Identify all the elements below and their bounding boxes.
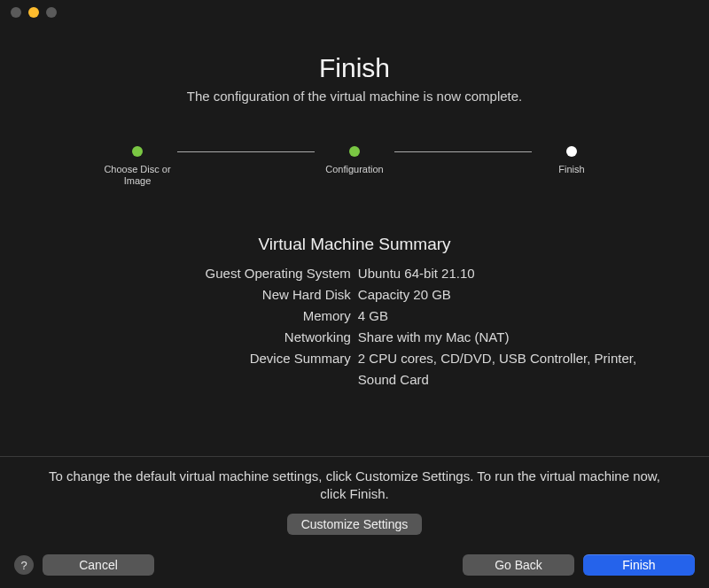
summary-row-os: Guest Operating System Ubuntu 64-bit 21.… [27, 263, 682, 284]
step-label: Configuration [325, 164, 383, 175]
step-finish: Finish [532, 146, 612, 175]
help-button[interactable]: ? [14, 555, 34, 575]
step-dot-icon [349, 146, 360, 157]
summary-label: Memory [27, 306, 351, 327]
summary-value: Capacity 20 GB [358, 284, 682, 306]
summary-row-disk: New Hard Disk Capacity 20 GB [27, 284, 682, 306]
step-dot-icon [132, 146, 143, 157]
summary-value: 2 CPU cores, CD/DVD, USB Controller, Pri… [358, 348, 682, 391]
cancel-button[interactable]: Cancel [43, 554, 154, 576]
maximize-window-icon[interactable] [46, 7, 57, 18]
summary-row-devices: Device Summary 2 CPU cores, CD/DVD, USB … [27, 348, 682, 391]
step-choose-disc: Choose Disc or Image [97, 146, 177, 187]
summary-row-networking: Networking Share with my Mac (NAT) [27, 327, 682, 348]
customize-settings-button[interactable]: Customize Settings [287, 514, 423, 535]
vm-summary: Virtual Machine Summary Guest Operating … [27, 235, 682, 391]
summary-title: Virtual Machine Summary [27, 235, 682, 254]
footer-hint: To change the default virtual machine se… [44, 468, 665, 504]
summary-label: Networking [27, 327, 351, 348]
divider [0, 456, 709, 457]
page-title: Finish [319, 53, 390, 83]
customize-wrap: Customize Settings [0, 514, 709, 535]
close-window-icon[interactable] [11, 7, 21, 18]
step-connector [394, 151, 532, 152]
summary-row-memory: Memory 4 GB [27, 306, 682, 327]
summary-label: Guest Operating System [27, 263, 351, 284]
main-content: Finish The configuration of the virtual … [0, 25, 709, 391]
summary-value: Ubuntu 64-bit 21.10 [358, 263, 682, 284]
summary-label: New Hard Disk [27, 284, 351, 306]
page-subtitle: The configuration of the virtual machine… [187, 89, 523, 104]
step-label: Choose Disc or Image [97, 164, 177, 187]
step-dot-icon [566, 146, 577, 157]
summary-value: 4 GB [358, 306, 682, 327]
step-label: Finish [558, 164, 584, 175]
step-connector [177, 151, 315, 152]
summary-value: Share with my Mac (NAT) [358, 327, 682, 348]
bottom-bar: ? Cancel Go Back Finish [0, 554, 709, 576]
step-configuration: Configuration [315, 146, 394, 175]
summary-label: Device Summary [27, 348, 351, 391]
wizard-stepper: Choose Disc or Image Configuration Finis… [106, 146, 603, 187]
finish-button[interactable]: Finish [583, 554, 695, 576]
go-back-button[interactable]: Go Back [463, 554, 574, 576]
minimize-window-icon[interactable] [28, 7, 39, 18]
window-titlebar [0, 0, 709, 25]
